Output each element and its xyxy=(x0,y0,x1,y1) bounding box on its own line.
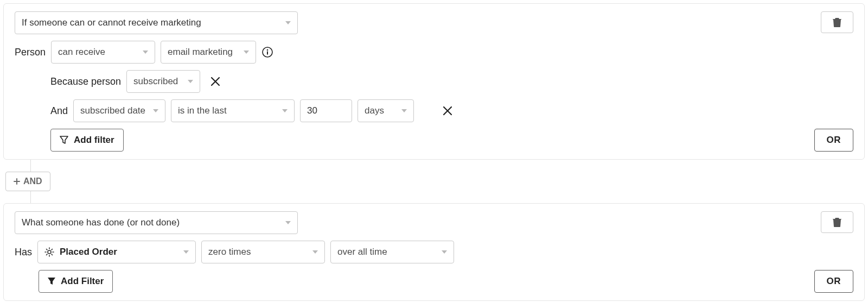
chevron-down-icon xyxy=(285,21,291,24)
and-unit-select[interactable]: days xyxy=(358,99,414,122)
and-unit-value: days xyxy=(365,105,384,116)
channel-value: email marketing xyxy=(168,47,233,58)
condition-type-label: If someone can or cannot receive marketi… xyxy=(22,17,201,28)
condition-type-label: What someone has done (or not done) xyxy=(22,217,180,228)
add-filter-button[interactable]: Add Filter xyxy=(39,270,113,293)
filter-icon xyxy=(60,136,68,144)
can-receive-value: can receive xyxy=(58,47,105,58)
or-button[interactable]: OR xyxy=(814,270,854,293)
and-label: And xyxy=(50,105,68,117)
chevron-down-icon xyxy=(143,51,148,54)
add-filter-button[interactable]: Add filter xyxy=(50,129,124,152)
plus-icon xyxy=(14,178,20,185)
svg-rect-2 xyxy=(267,52,268,55)
condition-group-1: If someone can or cannot receive marketi… xyxy=(3,3,865,160)
metric-value: Placed Order xyxy=(60,247,117,257)
chevron-down-icon xyxy=(442,250,447,254)
metric-select[interactable]: Placed Order xyxy=(37,241,196,263)
chevron-down-icon xyxy=(183,250,189,254)
and-value-input[interactable] xyxy=(300,99,352,122)
chevron-down-icon xyxy=(244,51,249,54)
trash-icon xyxy=(833,17,841,27)
trash-icon xyxy=(833,217,841,227)
or-label: OR xyxy=(827,276,841,287)
condition-type-select[interactable]: What someone has done (or not done) xyxy=(15,211,298,234)
add-and-group-button[interactable]: AND xyxy=(5,172,50,191)
count-select[interactable]: zero times xyxy=(201,241,325,263)
gear-icon xyxy=(44,247,54,257)
because-label: Because person xyxy=(50,76,121,87)
or-button[interactable]: OR xyxy=(814,129,854,152)
svg-point-1 xyxy=(267,49,269,51)
count-value: zero times xyxy=(208,247,251,257)
and-operator-select[interactable]: is in the last xyxy=(171,99,295,122)
and-operator-value: is in the last xyxy=(178,105,227,116)
can-receive-select[interactable]: can receive xyxy=(51,41,155,64)
chevron-down-icon xyxy=(401,109,407,112)
add-filter-label: Add filter xyxy=(74,135,114,146)
chevron-down-icon xyxy=(188,80,193,83)
timeframe-select[interactable]: over all time xyxy=(330,241,454,263)
info-icon[interactable] xyxy=(261,46,273,58)
and-pill-label: AND xyxy=(23,177,42,186)
chevron-down-icon xyxy=(285,221,291,224)
condition-group-2: What someone has done (or not done) Has … xyxy=(3,203,865,301)
and-field-value: subscribed date xyxy=(80,105,145,116)
timeframe-value: over all time xyxy=(337,247,387,257)
delete-group-button[interactable] xyxy=(821,211,853,233)
svg-point-3 xyxy=(48,250,51,254)
has-label: Has xyxy=(15,247,32,258)
channel-select[interactable]: email marketing xyxy=(161,41,256,64)
chevron-down-icon xyxy=(282,109,288,112)
remove-because-row[interactable] xyxy=(209,75,222,88)
person-label: Person xyxy=(15,47,46,58)
filter-icon xyxy=(48,278,55,285)
remove-and-row[interactable] xyxy=(441,104,454,117)
reason-value: subscribed xyxy=(133,76,178,87)
or-label: OR xyxy=(827,135,841,146)
chevron-down-icon xyxy=(153,109,158,112)
chevron-down-icon xyxy=(312,250,318,254)
and-field-select[interactable]: subscribed date xyxy=(73,99,165,122)
reason-select[interactable]: subscribed xyxy=(126,70,200,93)
add-filter-label: Add Filter xyxy=(61,276,104,287)
condition-type-select[interactable]: If someone can or cannot receive marketi… xyxy=(15,11,298,34)
group-connector: AND xyxy=(3,160,865,203)
delete-group-button[interactable] xyxy=(821,11,853,33)
